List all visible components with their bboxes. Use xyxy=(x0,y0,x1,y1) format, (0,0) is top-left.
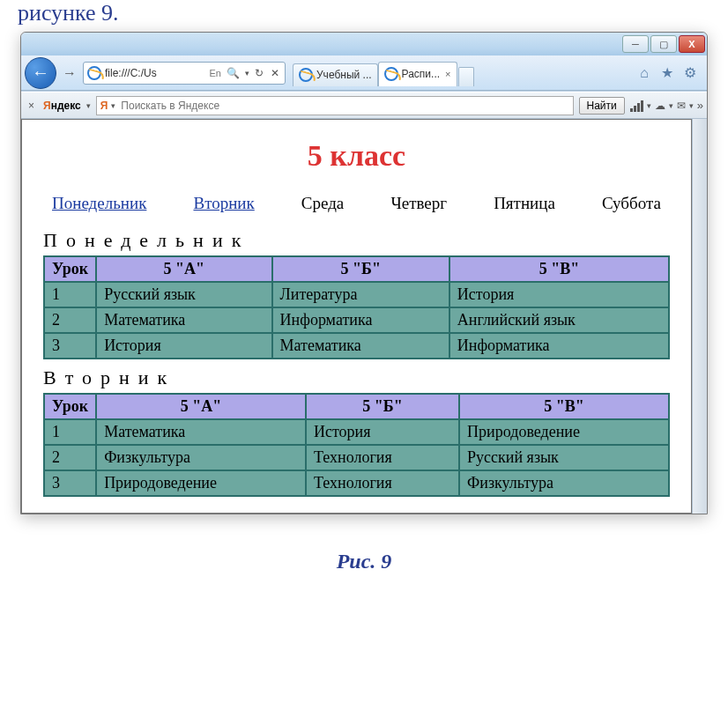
surrounding-text: рисунке 9. xyxy=(0,0,728,32)
table-cell: Английский язык xyxy=(449,307,669,333)
stop-icon[interactable]: ✕ xyxy=(269,67,281,79)
signal-icon[interactable] xyxy=(630,100,643,112)
table-row: 1Русский языкЛитератураИстория xyxy=(44,282,669,307)
maximize-button[interactable]: ▢ xyxy=(650,35,677,53)
table-cell: 3 xyxy=(44,470,96,496)
schedule-table: Урок5 "А"5 "Б"5 "В"1МатематикаИсторияПри… xyxy=(43,393,670,497)
table-cell: Технология xyxy=(306,470,459,496)
table-cell: Математика xyxy=(272,333,449,359)
table-cell: 1 xyxy=(44,282,96,307)
table-cell: Физкультура xyxy=(96,445,306,470)
table-cell: Информатика xyxy=(449,333,669,359)
cloud-icon[interactable]: ☁ xyxy=(655,100,665,112)
table-cell: 2 xyxy=(44,307,96,333)
day-label: Суббота xyxy=(602,194,661,213)
browser-tab[interactable]: Распи...× xyxy=(378,62,457,86)
mail-icon[interactable]: ✉ xyxy=(677,100,686,112)
column-header: 5 "Б" xyxy=(306,394,459,419)
navigation-bar: ← → file:///C:/Us En 🔍 ▾ ↻ ✕ Учебный ...… xyxy=(21,55,707,91)
minimize-button[interactable]: ─ xyxy=(622,35,649,53)
yandex-toolbar: × Яндекс ▾ Я ▾ Найти ▾ ☁ ▾ ✉ ▾ » xyxy=(21,92,707,119)
day-label: Четверг xyxy=(390,194,447,213)
mail-caret-icon[interactable]: ▾ xyxy=(689,101,694,110)
search-icon[interactable]: 🔍 xyxy=(225,67,241,79)
overflow-icon[interactable]: » xyxy=(697,99,703,112)
tools-icon[interactable]: ⚙ xyxy=(682,65,698,81)
vertical-scrollbar[interactable] xyxy=(692,119,707,514)
yandex-extras: ▾ ☁ ▾ ✉ ▾ » xyxy=(630,99,703,112)
table-row: 2МатематикаИнформатикаАнглийский язык xyxy=(44,307,669,333)
day-heading: Вторник xyxy=(43,366,670,389)
column-header: 5 "В" xyxy=(459,394,669,419)
day-link[interactable]: Вторник xyxy=(193,194,254,213)
table-row: 2ФизкультураТехнологияРусский язык xyxy=(44,445,669,470)
command-bar: ⌂ ★ ⚙ xyxy=(631,65,703,81)
address-bar[interactable]: file:///C:/Us En 🔍 ▾ ↻ ✕ xyxy=(83,62,286,85)
table-cell: 1 xyxy=(44,419,96,445)
column-header: 5 "В" xyxy=(449,256,669,282)
table-cell: Математика xyxy=(96,307,271,333)
table-cell: Литература xyxy=(272,282,449,307)
table-row: 3ПриродоведениеТехнологияФизкультура xyxy=(44,470,669,496)
table-cell: Информатика xyxy=(272,307,449,333)
table-cell: Технология xyxy=(306,445,459,470)
page-title: 5 класс xyxy=(43,139,670,173)
tab-label: Распи... xyxy=(402,68,440,80)
table-cell: Природоведение xyxy=(96,470,306,496)
forward-button[interactable]: → xyxy=(60,60,79,86)
day-label: Пятница xyxy=(494,194,555,213)
day-label: Среда xyxy=(301,194,344,213)
close-button[interactable]: X xyxy=(679,35,705,53)
column-header: 5 "А" xyxy=(96,256,271,282)
schedule-table: Урок5 "А"5 "Б"5 "В"1Русский языкЛитерату… xyxy=(43,255,670,359)
refresh-icon[interactable]: ↻ xyxy=(253,67,265,79)
ie-icon xyxy=(384,67,398,81)
table-row: 3ИсторияМатематикаИнформатика xyxy=(44,333,669,359)
new-tab-button[interactable] xyxy=(458,67,474,86)
tab-label: Учебный ... xyxy=(316,69,372,81)
window-body: 5 класс ПонедельникВторникСредаЧетвергПя… xyxy=(21,119,707,514)
ie-icon xyxy=(87,66,101,80)
yandex-menu-caret-icon[interactable]: ▾ xyxy=(86,101,91,110)
day-link[interactable]: Понедельник xyxy=(52,194,146,213)
tab-strip: Учебный ...Распи...× xyxy=(293,60,628,86)
column-header: 5 "А" xyxy=(96,394,306,419)
day-heading: Понедельник xyxy=(43,229,670,252)
table-cell: 3 xyxy=(44,333,96,359)
browser-window: ─ ▢ X ← → file:///C:/Us En 🔍 ▾ ↻ ✕ Учебн… xyxy=(20,32,708,514)
column-header: Урок xyxy=(44,256,96,282)
browser-tab[interactable]: Учебный ... xyxy=(293,63,378,86)
page-content: 5 класс ПонедельникВторникСредаЧетвергПя… xyxy=(22,120,691,513)
window-titlebar: ─ ▢ X xyxy=(21,33,707,55)
ie-icon xyxy=(299,68,313,82)
table-cell: Физкультура xyxy=(459,470,669,496)
toolbar-close-icon[interactable]: × xyxy=(25,100,38,112)
favorites-icon[interactable]: ★ xyxy=(659,65,675,81)
tab-close-icon[interactable]: × xyxy=(445,69,450,79)
yandex-mini-logo-icon: Я xyxy=(100,100,108,112)
days-navigation: ПонедельникВторникСредаЧетвергПятницаСуб… xyxy=(52,194,661,213)
table-cell: Русский язык xyxy=(459,445,669,470)
column-header: Урок xyxy=(44,394,96,419)
table-row: 1МатематикаИсторияПриродоведение xyxy=(44,419,669,445)
table-cell: Природоведение xyxy=(459,419,669,445)
figure-caption: Рис. 9 xyxy=(0,550,728,573)
table-cell: История xyxy=(306,419,459,445)
column-header: 5 "Б" xyxy=(272,256,449,282)
url-text: file:///C:/Us xyxy=(105,67,206,79)
yandex-brand[interactable]: Яндекс xyxy=(43,100,81,112)
yandex-search-input[interactable] xyxy=(119,99,568,113)
back-button[interactable]: ← xyxy=(25,57,56,89)
table-cell: История xyxy=(96,333,271,359)
signal-caret-icon[interactable]: ▾ xyxy=(647,101,651,110)
yandex-search-caret-icon[interactable]: ▾ xyxy=(111,101,115,110)
table-cell: 2 xyxy=(44,445,96,470)
table-cell: Математика xyxy=(96,419,306,445)
cloud-caret-icon[interactable]: ▾ xyxy=(669,101,673,110)
table-cell: Русский язык xyxy=(96,282,271,307)
yandex-search-field[interactable]: Я ▾ xyxy=(96,96,574,115)
yandex-find-button[interactable]: Найти xyxy=(579,97,625,115)
table-cell: История xyxy=(449,282,669,307)
home-icon[interactable]: ⌂ xyxy=(636,65,652,81)
dropdown-icon[interactable]: ▾ xyxy=(245,69,249,78)
